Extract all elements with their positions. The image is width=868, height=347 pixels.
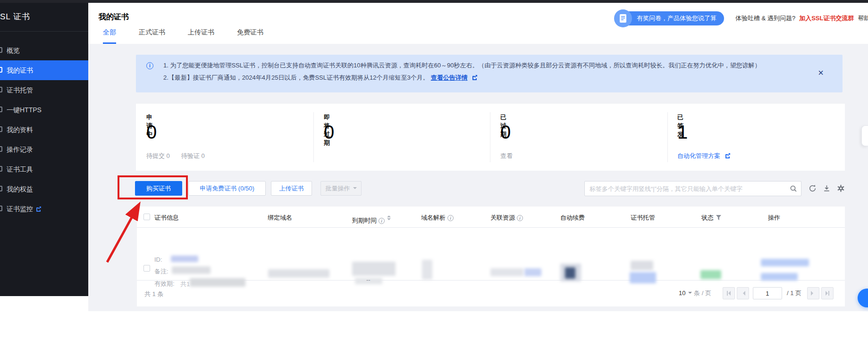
prev-page-button[interactable] bbox=[737, 287, 749, 299]
tab-free-certificates[interactable]: 免费证书 bbox=[237, 28, 263, 44]
automation-plan-link[interactable]: 自动化管理方案 bbox=[677, 152, 720, 159]
sidebar-item-cert-monitor[interactable]: 证书监控 bbox=[0, 199, 88, 219]
stat-value: 1 bbox=[677, 122, 688, 142]
my-info-icon bbox=[0, 126, 3, 133]
announcement-link[interactable]: 查看公告详情 bbox=[431, 74, 468, 81]
filter-funnel-icon[interactable] bbox=[716, 215, 721, 220]
page-size-select[interactable]: 10 条 / 页 bbox=[679, 289, 711, 297]
upload-certificate-button[interactable]: 上传证书 bbox=[271, 181, 312, 196]
notice-line1: 1. 为了您能更便捷地管理SSL证书，控制台已支持自动查询证书关联的10种腾讯云… bbox=[163, 61, 760, 70]
sidebar-item-label: 我的证书 bbox=[7, 66, 33, 74]
redacted-auto-renew-2 bbox=[565, 267, 575, 279]
redacted-action-links-2[interactable] bbox=[761, 273, 798, 281]
current-page-input[interactable] bbox=[753, 287, 782, 299]
sidebar-item-label: 证书托管 bbox=[7, 86, 33, 94]
stat-sub-to-submit: 待提交 0 bbox=[146, 152, 170, 159]
redacted-remark bbox=[172, 266, 211, 274]
stats-divider bbox=[667, 112, 668, 162]
content-area: i 1. 为了您能更便捷地管理SSL证书，控制台已支持自动查询证书关联的10种腾… bbox=[88, 44, 868, 311]
pagination: 10 条 / 页 / 1 页 bbox=[679, 287, 834, 299]
sidebar-divider bbox=[0, 31, 88, 32]
feedback-text: 体验吐槽 & 遇到问题? bbox=[735, 14, 795, 23]
search-box bbox=[584, 181, 801, 196]
info-icon[interactable]: i bbox=[447, 215, 454, 221]
search-icon[interactable] bbox=[790, 185, 797, 194]
select-all-checkbox[interactable] bbox=[143, 214, 150, 220]
sidebar-item-my-benefits[interactable]: 我的权益 bbox=[0, 179, 88, 199]
table-footer: 共 1 条 10 条 / 页 / 1 页 bbox=[137, 281, 845, 306]
page-header: 我的证书 全部 正式证书 上传证书 免费证书 有奖问卷，产品体验您说了算 体验吐… bbox=[88, 3, 868, 44]
search-input[interactable] bbox=[590, 182, 783, 196]
tab-paid-certificates[interactable]: 正式证书 bbox=[139, 28, 165, 44]
row-remark-label: 备注: bbox=[154, 267, 169, 276]
col-associated-resources: 关联资源i bbox=[490, 214, 523, 222]
stat-view-link[interactable]: 查看 bbox=[500, 152, 513, 159]
stats-card: 申请中 0 待提交 0待验证 0 即将过期 0 已过期 0 查看 已签发 1 自… bbox=[136, 104, 845, 171]
sidebar: SL 证书 概览 我的证书 证书托管 一键HTTPS 我的资料 操作记录 证书工… bbox=[0, 3, 88, 296]
external-link-icon bbox=[36, 199, 42, 205]
sidebar-item-cert-hosting[interactable]: 证书托管 bbox=[0, 80, 88, 100]
sidebar-item-label: 我的资料 bbox=[7, 126, 33, 133]
tab-all[interactable]: 全部 bbox=[103, 28, 116, 44]
redacted-expire-time bbox=[352, 262, 396, 276]
table-row: ID: 备注: 有效期: 共1 -- bbox=[137, 228, 845, 281]
sidebar-item-label: 概览 bbox=[7, 47, 20, 54]
stat-sub-to-verify: 待验证 0 bbox=[181, 152, 205, 159]
survey-document-icon bbox=[614, 9, 632, 27]
settings-gear-icon[interactable] bbox=[837, 184, 845, 193]
notice-line2-text: 2.【最新】接证书厂商通知，2024年4月25日以后，免费SSL证书有效期将从1… bbox=[163, 74, 429, 81]
next-page-button[interactable] bbox=[807, 287, 819, 299]
banner-close-icon[interactable]: × bbox=[818, 68, 824, 77]
redacted-domain bbox=[268, 269, 329, 278]
first-page-button[interactable] bbox=[723, 287, 735, 299]
redacted-status-badge bbox=[700, 270, 721, 279]
col-auto-renew: 自动续费 bbox=[560, 214, 585, 222]
annotation-red-box bbox=[118, 175, 188, 199]
overview-icon bbox=[0, 47, 3, 54]
sort-icon[interactable] bbox=[387, 214, 391, 222]
batch-operation-label: 批量操作 bbox=[326, 185, 350, 192]
row-checkbox[interactable] bbox=[143, 265, 150, 272]
redacted-hosting bbox=[631, 261, 653, 270]
stat-value: 0 bbox=[500, 122, 511, 142]
sidebar-title: SL 证书 bbox=[0, 11, 88, 22]
sidebar-item-my-certificates[interactable]: 我的证书 bbox=[0, 60, 88, 80]
info-icon[interactable]: i bbox=[379, 218, 385, 224]
info-icon: i bbox=[146, 62, 153, 69]
survey-promo-badge[interactable]: 有奖问卷，产品体验您说了算 bbox=[616, 11, 724, 25]
col-bound-domain: 绑定域名 bbox=[268, 214, 292, 222]
notice-line2: 2.【最新】接证书厂商通知，2024年4月25日以后，免费SSL证书有效期将从1… bbox=[163, 74, 478, 82]
tab-bar: 全部 正式证书 上传证书 免费证书 bbox=[103, 28, 263, 44]
my-certificates-icon bbox=[0, 67, 3, 74]
download-icon[interactable] bbox=[823, 184, 831, 193]
stats-divider bbox=[490, 112, 490, 162]
join-group-link[interactable]: 加入SSL证书交流群 bbox=[799, 14, 854, 23]
sidebar-item-one-click-https[interactable]: 一键HTTPS bbox=[0, 100, 88, 120]
sidebar-item-label: 证书工具 bbox=[7, 165, 33, 173]
certificates-table: 证书信息 绑定域名 到期时间i 域名解析i 关联资源i 自动续费 证书托管 状态… bbox=[137, 207, 845, 306]
apply-free-certificate-button[interactable]: 申请免费证书 (0/50) bbox=[188, 181, 266, 196]
row-id-label: ID: bbox=[154, 256, 162, 263]
sidebar-item-label: 一键HTTPS bbox=[7, 106, 42, 114]
redacted-cert-id bbox=[171, 256, 198, 262]
sidebar-item-operation-log[interactable]: 操作记录 bbox=[0, 140, 88, 159]
sidebar-item-overview[interactable]: 概览 bbox=[0, 41, 88, 60]
col-domain-resolution: 域名解析i bbox=[421, 214, 454, 222]
header-right: 有奖问卷，产品体验您说了算 体验吐槽 & 遇到问题? 加入SSL证书交流群 帮助… bbox=[616, 11, 868, 25]
sidebar-item-cert-tools[interactable]: 证书工具 bbox=[0, 159, 88, 179]
sidebar-item-my-info[interactable]: 我的资料 bbox=[0, 120, 88, 140]
collapsed-drawer-handle[interactable] bbox=[861, 125, 868, 146]
table-header-row: 证书信息 绑定域名 到期时间i 域名解析i 关联资源i 自动续费 证书托管 状态… bbox=[137, 207, 845, 228]
redacted-action-links[interactable] bbox=[761, 259, 809, 266]
refresh-icon[interactable] bbox=[809, 184, 817, 193]
col-actions: 操作 bbox=[768, 214, 780, 222]
stats-divider bbox=[313, 112, 314, 162]
sidebar-item-label: 我的权益 bbox=[7, 185, 33, 193]
col-cert-hosting: 证书托管 bbox=[631, 214, 655, 222]
help-doc-link[interactable]: 帮助文档 bbox=[858, 14, 868, 23]
batch-operation-button[interactable]: 批量操作 bbox=[320, 181, 362, 196]
info-icon[interactable]: i bbox=[517, 215, 523, 221]
survey-promo-label: 有奖问卷，产品体验您说了算 bbox=[637, 15, 716, 22]
last-page-button[interactable] bbox=[821, 287, 834, 299]
tab-uploaded-certificates[interactable]: 上传证书 bbox=[188, 28, 214, 44]
